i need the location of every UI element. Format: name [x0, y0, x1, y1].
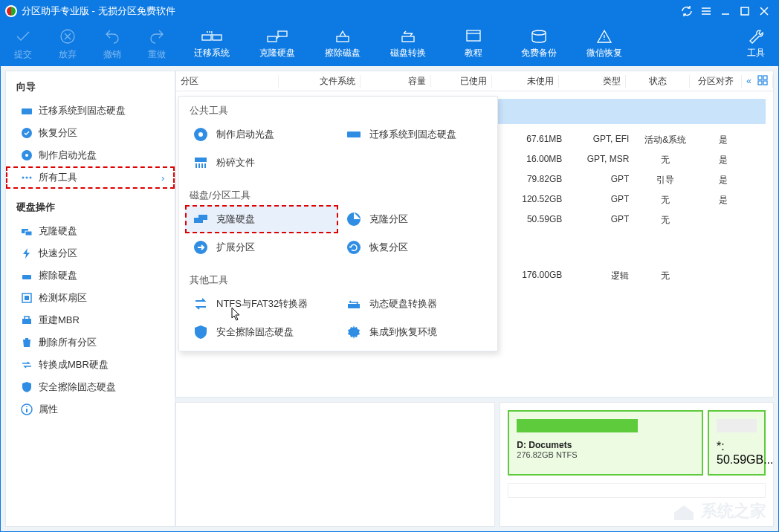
- bottom-left-pane: [175, 402, 495, 527]
- partition-visual-star[interactable]: *: 50.59GB...: [708, 410, 766, 476]
- partition-visual-d[interactable]: D: Documets 276.82GB NTFS: [508, 410, 703, 476]
- wipe-disk-button[interactable]: 擦除磁盘: [310, 22, 375, 66]
- svg-rect-0: [741, 7, 749, 15]
- sidebar-all-tools[interactable]: 所有工具›: [6, 166, 175, 189]
- dots-icon: [21, 172, 33, 184]
- popup-dynamic-disk[interactable]: 动态硬盘转换器: [338, 290, 491, 318]
- popup-shred[interactable]: 粉碎文件: [185, 149, 338, 177]
- popup-extend-partition[interactable]: 扩展分区: [185, 233, 338, 262]
- discard-button: 放弃: [45, 22, 90, 66]
- disk-convert-button[interactable]: 磁盘转换: [375, 22, 441, 66]
- sidebar-bootdisk[interactable]: 制作启动光盘: [6, 144, 175, 166]
- svg-rect-2: [202, 35, 211, 40]
- empty-slot: [508, 483, 766, 498]
- sidebar-recover-partition[interactable]: 恢复分区: [6, 122, 175, 144]
- menu-button[interactable]: [696, 1, 716, 22]
- svg-rect-3: [213, 35, 222, 40]
- window-title: 分区助手专业版 - 无损分区免费软件: [22, 4, 175, 18]
- wechat-recovery-button[interactable]: 微信恢复: [572, 22, 637, 66]
- ssd-icon: [346, 126, 362, 143]
- svg-rect-31: [347, 132, 361, 137]
- minimize-button[interactable]: [716, 1, 735, 22]
- mbr-icon: [21, 314, 33, 326]
- disc-icon: [21, 149, 33, 161]
- tools-button[interactable]: 工具: [734, 22, 778, 66]
- svg-rect-19: [22, 275, 31, 279]
- sidebar-rebuild-mbr[interactable]: 重建MBR: [6, 309, 175, 331]
- popup-integrate-recovery[interactable]: 集成到恢复环境: [338, 318, 491, 346]
- svg-rect-8: [467, 30, 480, 41]
- clone-icon: [21, 225, 33, 237]
- svg-rect-24: [758, 76, 762, 80]
- free-backup-button[interactable]: 免费备份: [506, 22, 572, 66]
- all-tools-popup: 公共工具 制作启动光盘 迁移系统到固态硬盘 粉碎文件 磁盘/分区工具 克隆硬盘 …: [178, 96, 498, 351]
- sidebar-secure-wipe-ssd[interactable]: 安全擦除固态硬盘: [6, 376, 175, 398]
- partition-label: *:: [717, 440, 757, 453]
- svg-rect-4: [268, 36, 277, 42]
- refresh-button[interactable]: [677, 1, 696, 22]
- sidebar-to-mbr[interactable]: 转换成MBR硬盘: [6, 354, 175, 376]
- popup-clone-disk[interactable]: 克隆硬盘: [185, 205, 338, 233]
- popup-clone-partition[interactable]: 克隆分区: [338, 205, 491, 233]
- sidebar-clone-disk[interactable]: 克隆硬盘: [6, 220, 175, 242]
- shield-icon: [21, 381, 33, 393]
- layout-button[interactable]: [757, 75, 768, 88]
- disk-section-title: 硬盘操作: [6, 195, 175, 220]
- disk-convert-icon: [346, 296, 362, 312]
- close-button[interactable]: [754, 1, 774, 22]
- chevron-right-icon: ›: [161, 172, 164, 184]
- sidebar-properties[interactable]: 属性: [6, 398, 175, 421]
- popup-section-other: 其他工具: [179, 266, 497, 290]
- partition-size: 50.59GB...: [717, 453, 757, 467]
- clone-disk-icon: [193, 211, 209, 227]
- col-type[interactable]: 类型: [559, 75, 626, 88]
- clone-disk-button[interactable]: 克隆硬盘: [245, 22, 310, 66]
- sidebar-wipe-disk[interactable]: 擦除硬盘: [6, 265, 175, 287]
- gear-icon: [346, 324, 362, 340]
- col-filesystem[interactable]: 文件系统: [279, 75, 361, 88]
- partition-size: 276.82GB NTFS: [517, 450, 694, 459]
- col-capacity[interactable]: 容量: [361, 75, 431, 88]
- svg-rect-7: [402, 36, 414, 42]
- popup-section-disk: 磁盘/分区工具: [179, 181, 497, 205]
- popup-ntfs-fat[interactable]: NTFS与FAT32转换器: [185, 290, 338, 318]
- svg-point-37: [347, 241, 361, 254]
- tutorial-button[interactable]: 教程: [441, 22, 506, 66]
- popup-secure-wipe[interactable]: 安全擦除固态硬盘: [185, 318, 338, 346]
- popup-section-public: 公共工具: [179, 97, 497, 120]
- bottom-panels: D: Documets 276.82GB NTFS *: 50.59GB...: [175, 402, 774, 527]
- bottom-right-pane: D: Documets 276.82GB NTFS *: 50.59GB...: [500, 402, 774, 527]
- svg-rect-10: [22, 108, 32, 114]
- popup-migrate-ssd[interactable]: 迁移系统到固态硬盘: [338, 120, 491, 149]
- sidebar-migrate-ssd[interactable]: 迁移系统到固态硬盘: [6, 100, 175, 122]
- svg-rect-38: [348, 304, 360, 308]
- column-headers: 分区 文件系统 容量 已使用 未使用 类型 状态 分区对齐 «: [175, 71, 774, 91]
- partition-label: D: Documets: [517, 440, 694, 450]
- svg-rect-22: [22, 319, 31, 324]
- usage-bar: [717, 419, 757, 432]
- svg-rect-21: [25, 296, 29, 300]
- popup-bootdisk[interactable]: 制作启动光盘: [185, 120, 338, 149]
- col-state[interactable]: 状态: [626, 75, 690, 88]
- col-align[interactable]: 分区对齐: [690, 75, 742, 88]
- app-logo-icon: [5, 5, 17, 17]
- main-toolbar: 提交 放弃 撤销 重做 迁移系统 克隆硬盘 擦除磁盘 磁盘转换 教程 免费备份 …: [1, 22, 778, 66]
- convert-icon: [21, 359, 33, 371]
- trash-icon: [21, 337, 33, 348]
- shred-icon: [193, 155, 209, 171]
- collapse-cols-button[interactable]: «: [746, 76, 751, 86]
- sidebar-quick-partition[interactable]: 快速分区: [6, 242, 175, 265]
- svg-rect-32: [195, 158, 207, 162]
- migrate-os-button[interactable]: 迁移系统: [179, 22, 245, 66]
- svg-rect-6: [337, 36, 349, 42]
- col-partition[interactable]: 分区: [176, 75, 279, 88]
- maximize-button[interactable]: [735, 1, 754, 22]
- svg-rect-25: [763, 76, 767, 80]
- col-used[interactable]: 已使用: [431, 75, 492, 88]
- scan-icon: [21, 292, 33, 304]
- sidebar-delete-all[interactable]: 删除所有分区: [6, 331, 175, 354]
- svg-rect-34: [198, 215, 207, 220]
- popup-recover-partition[interactable]: 恢复分区: [338, 233, 491, 262]
- sidebar-bad-sector[interactable]: 检测坏扇区: [6, 287, 175, 309]
- col-free[interactable]: 未使用: [492, 75, 559, 88]
